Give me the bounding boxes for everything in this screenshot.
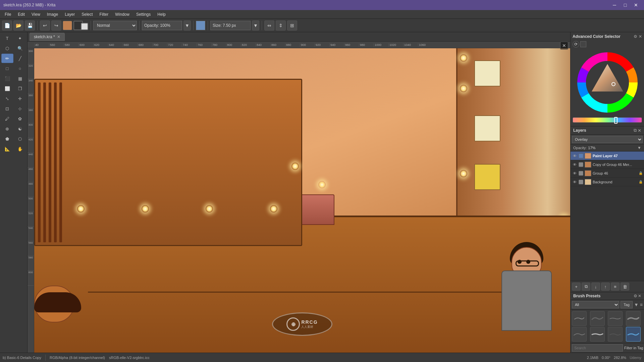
new-button[interactable]: 📄 bbox=[2, 20, 12, 31]
brush-tool[interactable]: ✏ bbox=[1, 54, 13, 63]
brush-item-3[interactable] bbox=[626, 311, 641, 326]
zoom-tool[interactable]: 🔍 bbox=[14, 44, 26, 53]
color-wheel-svg[interactable] bbox=[574, 49, 641, 116]
menu-file[interactable]: File bbox=[1, 11, 14, 17]
wrap-btn[interactable]: ⊞ bbox=[287, 20, 297, 31]
ruler-mark: 900 bbox=[300, 43, 315, 47]
menu-filter[interactable]: Filter bbox=[96, 11, 112, 17]
brush-search-input[interactable] bbox=[572, 344, 623, 352]
character-2 bbox=[34, 286, 95, 353]
layer-eye-0[interactable]: 👁 bbox=[572, 153, 577, 159]
crop-tool[interactable]: ⊡ bbox=[1, 104, 13, 113]
similar-color-select[interactable]: ⬡ bbox=[14, 134, 26, 143]
menu-edit[interactable]: Edit bbox=[14, 11, 28, 17]
line-tool[interactable]: ╱ bbox=[14, 54, 26, 63]
smart-patch-tool[interactable]: ✿ bbox=[14, 114, 26, 123]
layer-name-2: Group 46 bbox=[593, 171, 637, 175]
color-picker-tool[interactable]: 🖊 bbox=[1, 114, 13, 123]
menu-layer[interactable]: Layer bbox=[61, 11, 78, 17]
layer-eye-2[interactable]: 👁 bbox=[572, 171, 577, 176]
brush-close-btn[interactable]: ✕ bbox=[638, 294, 641, 298]
brush-item-2[interactable] bbox=[608, 311, 623, 326]
artwork[interactable]: ⊕ RRCG 人人素材 bbox=[34, 48, 570, 353]
layers-blend-select[interactable]: Overlay bbox=[572, 136, 643, 143]
size-down-btn[interactable]: ▼ bbox=[252, 20, 259, 31]
menu-settings[interactable]: Settings bbox=[133, 11, 154, 17]
canvas-content[interactable]: ⊕ RRCG 人人素材 bbox=[34, 48, 570, 353]
canvas-close-btn[interactable]: ✕ bbox=[560, 42, 568, 50]
maximize-button[interactable]: □ bbox=[621, 2, 630, 8]
text-tool[interactable]: T bbox=[1, 34, 13, 43]
layer-item-3[interactable]: 👁 Background 🔒 bbox=[571, 178, 644, 186]
brush-item-5[interactable] bbox=[590, 327, 605, 342]
undo-button[interactable]: ↩ bbox=[40, 20, 50, 31]
brush-item-6[interactable] bbox=[608, 327, 623, 342]
brush-item-0[interactable] bbox=[572, 311, 587, 326]
contiguous-select[interactable]: ⬟ bbox=[1, 134, 13, 143]
move-down-btn[interactable]: ↓ bbox=[591, 283, 600, 291]
add-layer-btn[interactable]: + bbox=[572, 283, 581, 291]
move-tool[interactable]: ✛ bbox=[14, 94, 26, 103]
layer-item-0[interactable]: 👁 Paint Layer 47 bbox=[571, 152, 644, 160]
minimize-button[interactable]: ─ bbox=[610, 2, 619, 8]
brush-tag-select[interactable]: All bbox=[572, 301, 619, 308]
menu-select[interactable]: Select bbox=[78, 11, 96, 17]
save-button[interactable]: 💾 bbox=[25, 20, 35, 31]
brush-settings-btn[interactable]: ⚙ bbox=[634, 294, 637, 298]
clone-tool[interactable]: ❒ bbox=[14, 84, 26, 93]
opacity-down-btn[interactable]: ▼ bbox=[183, 20, 191, 31]
move-up-btn[interactable]: ↑ bbox=[601, 283, 610, 291]
menu-help[interactable]: Help bbox=[154, 11, 169, 17]
layer-eye-1[interactable]: 👁 bbox=[572, 162, 577, 167]
layer-item-2[interactable]: 👁 Group 46 🔒 bbox=[571, 169, 644, 178]
brush-expand-btn[interactable]: ▼ bbox=[634, 302, 639, 307]
layers-copy-icon[interactable]: ⧉ bbox=[634, 128, 637, 133]
color-swatch-1[interactable] bbox=[196, 21, 205, 30]
layer-menu-btn[interactable]: ≡ bbox=[611, 283, 620, 291]
edit-shapes-tool[interactable]: ✦ bbox=[14, 34, 26, 43]
layer-item-1[interactable]: 👁 Copy of Group 46 Mer... bbox=[571, 160, 644, 169]
brush-item-7[interactable] bbox=[626, 327, 641, 342]
delete-layer-btn[interactable]: 🗑 bbox=[621, 283, 629, 291]
brush-item-4[interactable] bbox=[572, 327, 587, 342]
brush-more-btn[interactable]: ≡ bbox=[640, 302, 643, 307]
magnetism-tool[interactable]: ☯ bbox=[14, 124, 26, 133]
open-button[interactable]: 📂 bbox=[13, 20, 23, 31]
mirror-h-btn[interactable]: ⇔ bbox=[264, 20, 274, 31]
color-swatch-fg[interactable] bbox=[580, 41, 586, 47]
layer-eye-3[interactable]: 👁 bbox=[572, 179, 577, 185]
gradient-tool[interactable]: ▦ bbox=[14, 74, 26, 83]
color-panel-close[interactable]: ✕ bbox=[639, 34, 642, 39]
opacity-expand-btn[interactable]: ▼ bbox=[637, 145, 641, 150]
fill-tool[interactable]: ⬛ bbox=[1, 74, 13, 83]
redo-button[interactable]: ↪ bbox=[51, 20, 61, 31]
color-reset-btn[interactable]: ⟳ bbox=[573, 41, 579, 48]
rect-tool[interactable]: □ bbox=[1, 64, 13, 73]
color-wheel-container[interactable] bbox=[574, 49, 641, 116]
measure-tool[interactable]: 📐 bbox=[1, 144, 13, 154]
copy-layer-btn[interactable]: ⧉ bbox=[582, 283, 590, 291]
layers-close-icon[interactable]: ✕ bbox=[638, 128, 641, 133]
color-strip[interactable] bbox=[573, 117, 642, 123]
bg-color-btn[interactable] bbox=[81, 23, 88, 30]
brush-tag-btn[interactable]: Tag bbox=[621, 301, 633, 308]
brush-item-1[interactable] bbox=[590, 311, 605, 326]
close-tab-btn[interactable]: ✕ bbox=[57, 35, 60, 39]
assistants-tool[interactable]: ⊕ bbox=[1, 124, 13, 133]
mirror-v-btn[interactable]: ⇕ bbox=[276, 20, 286, 31]
ellipse-tool[interactable]: ○ bbox=[14, 64, 26, 73]
freehand-select[interactable]: ⬡ bbox=[1, 44, 13, 53]
warp-tool[interactable]: ⊹ bbox=[14, 104, 26, 113]
fairy-light-2 bbox=[460, 85, 467, 92]
color-panel-settings[interactable]: ⚙ bbox=[634, 34, 637, 39]
canvas-tab[interactable]: sketch.kra * ✕ bbox=[30, 33, 65, 41]
brush-preset-btn[interactable] bbox=[63, 21, 72, 30]
eraser-tool[interactable]: ⬜ bbox=[1, 84, 13, 93]
menu-view[interactable]: View bbox=[28, 11, 44, 17]
blend-mode-select[interactable]: Normal bbox=[93, 21, 137, 30]
pan-tool[interactable]: ✋ bbox=[14, 144, 26, 154]
menu-window[interactable]: Window bbox=[112, 11, 133, 17]
close-button[interactable]: ✕ bbox=[631, 2, 641, 8]
menu-image[interactable]: Image bbox=[44, 11, 61, 17]
transform-tool[interactable]: ⤡ bbox=[1, 94, 13, 103]
